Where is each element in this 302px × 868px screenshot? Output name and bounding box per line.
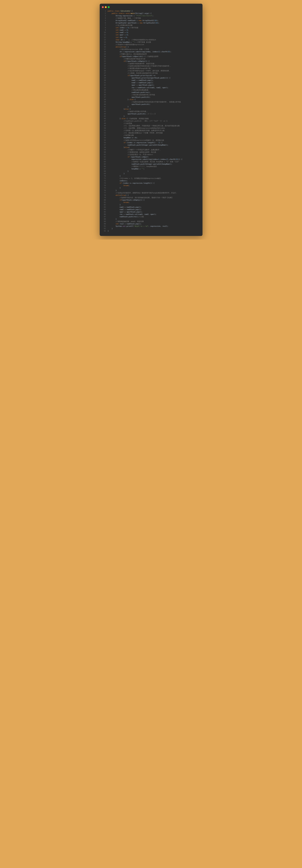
line-content: num2 = numStack.pop(); — [108, 209, 141, 211]
line-number: 50 — [102, 127, 106, 129]
line-content: int num2 = 0; — [108, 31, 129, 34]
line-number: 39 — [102, 101, 106, 103]
line-number: 51 — [102, 129, 106, 132]
line-number: 61 — [102, 153, 106, 156]
line-number: 5 — [102, 20, 106, 22]
code-line: 16 while(true) { — [102, 46, 200, 48]
code-line: 79 //如果符号栈为空，则计算到最后的结果, 数栈中只有一个数字【结果】 — [102, 196, 200, 199]
code-line: 82 } — [102, 204, 200, 206]
minimize-icon[interactable] — [105, 6, 107, 8]
line-content: System.out.printf("表达式 %s = %d", express… — [108, 225, 168, 227]
line-number: 66 — [102, 165, 106, 168]
line-number: 26 — [102, 70, 106, 72]
line-content: //判断ch是什么，然后做相应的处理 — [108, 53, 147, 55]
line-number: 40 — [102, 103, 106, 105]
code-line: 26 //在从符号栈中pop出一个符号，进行运算，将得到结果， — [102, 70, 200, 72]
line-number: 12 — [102, 36, 106, 39]
line-content: numStack.push(Integer.parseInt(keepNum))… — [108, 144, 168, 146]
line-number: 57 — [102, 144, 106, 146]
line-content: numStack.push(Integer.parseInt(keepNum))… — [108, 163, 172, 165]
line-content: //如果符号栈有操作符，就进行比较， — [108, 63, 156, 65]
code-line: 2 public static void main(String[] args)… — [102, 12, 200, 15]
code-line: 36 //然后将当前的操作符入符号栈 — [102, 94, 200, 96]
code-line: 60 //就继续扫描，如果是运算符，则入栈 — [102, 151, 200, 153]
line-content: num1 = numStack.pop(); — [108, 79, 154, 82]
code-line: 17 //依次得到expression 的每一个字符 — [102, 48, 200, 51]
line-content: int index = 0;//用于扫描 — [108, 27, 138, 29]
line-number: 17 — [102, 48, 106, 51]
line-content: char ch = ' '; //将每次扫描得到char保存到ch — [108, 39, 156, 41]
line-content: } — [108, 115, 125, 118]
line-content: } — [108, 189, 117, 192]
line-content: } — [108, 170, 129, 173]
line-content: if (index >= expression.length()) { — [108, 182, 155, 184]
line-number: 7 — [102, 24, 106, 27]
code-line: 49 //1. 当处理多位数时，不能发现是一个数就立即入栈，因为他可能是多位数 — [102, 125, 200, 127]
code-line: 9 int num1 = 0; — [102, 29, 200, 31]
code-line: 23 //如果符号栈有操作符，就进行比较， — [102, 63, 200, 65]
line-number: 73 — [102, 182, 106, 184]
line-content: //如果符号栈为空，则计算到最后的结果, 数栈中只有一个数字【结果】 — [108, 196, 173, 199]
close-icon[interactable] — [102, 6, 104, 8]
code-line: 66 //重要的!!!!!!, keepNum清空 — [102, 165, 200, 168]
code-line: 47 //numStack.push(ch - 48); //? "1+3" '… — [102, 120, 200, 122]
code-line: 68 } — [102, 170, 200, 173]
line-number: 34 — [102, 89, 106, 91]
line-content: //如果当前的操作符的优先级大于栈中的操作符， 就直接入符号栈 — [108, 101, 181, 103]
line-number: 64 — [102, 161, 106, 163]
line-number: 37 — [102, 96, 106, 98]
line-content: oper = operStack.pop(); — [108, 211, 143, 213]
code-line: 58 }else{ — [102, 146, 200, 149]
line-content: break; — [108, 201, 130, 204]
line-content: int res2 = numStack.pop(); — [108, 223, 141, 225]
code-line: 39 //如果当前的操作符的优先级大于栈中的操作符， 就直接入符号栈 — [102, 101, 200, 103]
line-content: if(operStack.isOper(ch)) { //如果是运算符 — [108, 55, 159, 58]
line-content: //如果ch已经是expression的最后一位，就直接入栈 — [108, 139, 164, 142]
line-content: if(!operStack.isEmpty()) { — [108, 60, 149, 63]
code-line: 35 numStack.push(res); — [102, 91, 200, 94]
line-content: ArrayStack2 operStack = new ArrayStack2(… — [108, 22, 160, 24]
line-number: 83 — [102, 206, 106, 209]
code-line: 31 num2 = numStack.pop(); — [102, 82, 200, 84]
line-content: int oper = 0; — [108, 34, 129, 36]
line-content: ch = expression.substring(index, index+1… — [108, 51, 171, 53]
line-content: //当表达式扫描完毕，就顺序的从 数栈和符号栈中pop出相应的数和符号，并运行. — [108, 192, 177, 194]
line-number: 3 — [102, 15, 106, 17]
line-number: 93 — [102, 230, 106, 232]
code-line: 19 //判断ch是什么，然后做相应的处理 — [102, 53, 200, 55]
code-line: 87 numStack.push(res);//入栈 — [102, 216, 200, 218]
line-number: 65 — [102, 163, 106, 165]
line-content: } else { — [108, 98, 136, 101]
code-line: 74 break; — [102, 184, 200, 187]
code-line: 40 operStack.push(ch); — [102, 103, 200, 105]
line-number: 33 — [102, 87, 106, 89]
line-content: //判断下一个字符是不是数字，如果是数字， — [108, 149, 161, 151]
code-line: 61 //注意是看后一位，不是index++ — [102, 153, 200, 156]
line-number: 23 — [102, 63, 106, 65]
line-number: 81 — [102, 201, 106, 204]
code-line: 91 System.out.printf("表达式 %s = %d", expr… — [102, 225, 200, 227]
line-number: 25 — [102, 67, 106, 70]
line-number: 58 — [102, 146, 106, 149]
line-number: 90 — [102, 223, 106, 225]
line-number: 35 — [102, 91, 106, 94]
code-line: 81 break; — [102, 201, 200, 204]
line-number: 62 — [102, 156, 106, 158]
code-line: 92 } — [102, 227, 200, 230]
code-line: 44 operStack.push(ch); // 1 + 3 — [102, 113, 200, 115]
line-number: 63 — [102, 158, 106, 161]
line-content: } — [108, 218, 117, 220]
code-line: 22 if(!operStack.isEmpty()) { — [102, 60, 200, 63]
code-line: 83 num1 = numStack.pop(); — [102, 206, 200, 209]
code-line: 11 int oper = 0; — [102, 34, 200, 36]
code-line: 75 } — [102, 187, 200, 189]
maximize-icon[interactable] — [108, 6, 110, 8]
code-line: 77 //当表达式扫描完毕，就顺序的从 数栈和符号栈中pop出相应的数和符号，并… — [102, 192, 200, 194]
code-line: 85 oper = operStack.pop(); — [102, 211, 200, 213]
line-number: 49 — [102, 125, 106, 127]
code-line: 86 res = numStack.cal(num1, num2, oper); — [102, 213, 200, 216]
line-content: //后再看一位,如果是数就进行扫描，如果是符号才入栈 — [108, 129, 165, 132]
line-number: 42 — [102, 108, 106, 111]
line-number: 10 — [102, 31, 106, 34]
code-line: 67 keepNum = ""; — [102, 168, 200, 170]
